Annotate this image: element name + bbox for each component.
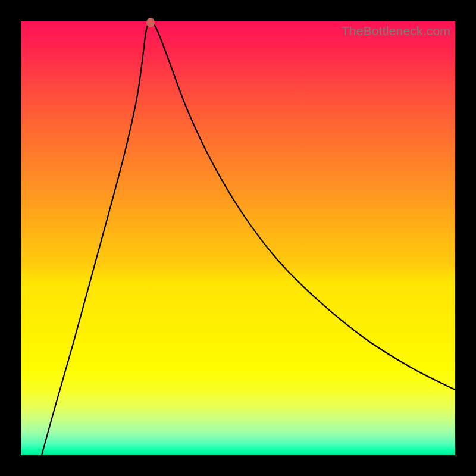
chart-canvas: TheBottleneck.com — [21, 21, 455, 455]
watermark-text: TheBottleneck.com — [342, 24, 450, 38]
bottleneck-curve — [42, 23, 455, 455]
curve-layer — [21, 21, 455, 455]
optimal-point-marker — [146, 18, 155, 27]
